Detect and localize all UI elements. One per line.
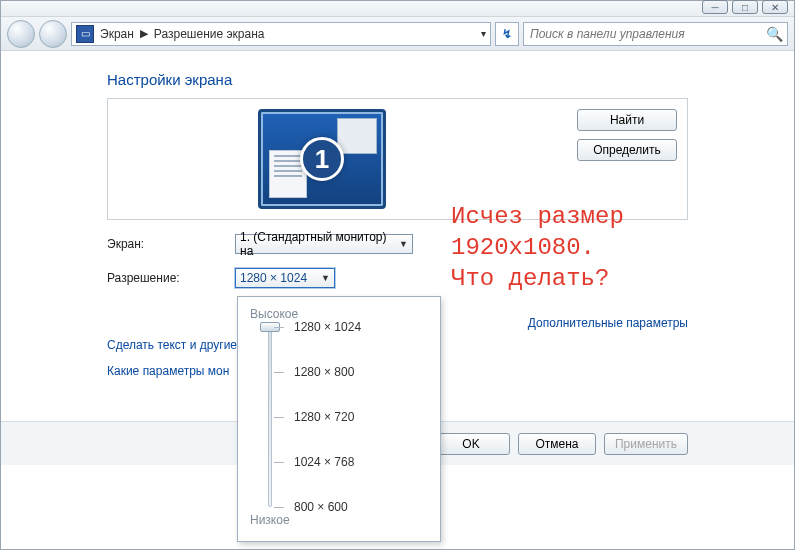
refresh-icon: ↯ — [502, 27, 512, 41]
nav-forward-button[interactable] — [39, 20, 67, 48]
find-button[interactable]: Найти — [577, 109, 677, 131]
crumb-separator: ▶ — [140, 27, 148, 40]
search-input[interactable] — [528, 26, 766, 42]
display-select-value: 1. (Стандартный монитор) на — [240, 230, 399, 258]
content-area: Настройки экрана 1 Найти Определить Экра… — [1, 51, 794, 549]
close-glyph: ✕ — [771, 2, 779, 13]
window-frame: ─ □ ✕ ▭ Экран ▶ Разрешение экрана ▾ ↯ 🔍 … — [0, 0, 795, 550]
user-annotation: Исчез размер 1920х1080. Что делать? — [451, 201, 624, 295]
monitor-number-badge: 1 — [300, 137, 344, 181]
slider-tick — [274, 372, 284, 373]
address-dropdown-icon[interactable]: ▾ — [481, 28, 486, 39]
identify-button[interactable]: Определить — [577, 139, 677, 161]
ok-button[interactable]: OK — [432, 433, 510, 455]
monitor-thumbnail[interactable]: 1 — [258, 109, 386, 209]
refresh-button[interactable]: ↯ — [495, 22, 519, 46]
chevron-down-icon: ▼ — [321, 273, 330, 283]
resolution-slider-track: 1280 × 10241280 × 8001280 × 7201024 × 76… — [250, 327, 428, 507]
minimize-glyph: ─ — [711, 2, 718, 13]
resolution-option[interactable]: 1280 × 800 — [294, 365, 354, 379]
slider-tick — [274, 507, 284, 508]
slider-tick — [274, 327, 284, 328]
resolution-option[interactable]: 1024 × 768 — [294, 455, 354, 469]
maximize-glyph: □ — [742, 2, 748, 13]
apply-button[interactable]: Применить — [604, 433, 688, 455]
search-icon[interactable]: 🔍 — [766, 26, 783, 42]
address-bar[interactable]: ▭ Экран ▶ Разрешение экрана ▾ — [71, 22, 491, 46]
popup-high-label: Высокое — [250, 307, 428, 321]
window-controls: ─ □ ✕ — [702, 0, 788, 14]
resolution-option[interactable]: 1280 × 1024 — [294, 320, 361, 334]
resolution-popup: Высокое 1280 × 10241280 × 8001280 × 7201… — [237, 296, 441, 542]
search-box[interactable]: 🔍 — [523, 22, 788, 46]
minimize-button[interactable]: ─ — [702, 0, 728, 14]
resolution-option[interactable]: 800 × 600 — [294, 500, 348, 514]
mini-window-icon — [337, 118, 377, 154]
chevron-down-icon: ▼ — [399, 239, 408, 249]
resolution-option[interactable]: 1280 × 720 — [294, 410, 354, 424]
crumb-resolution[interactable]: Разрешение экрана — [154, 27, 265, 41]
slider-rail[interactable] — [268, 327, 272, 507]
advanced-settings-link[interactable]: Дополнительные параметры — [528, 316, 688, 330]
maximize-button[interactable]: □ — [732, 0, 758, 14]
resolution-select-value: 1280 × 1024 — [240, 271, 307, 285]
nav-back-button[interactable] — [7, 20, 35, 48]
resolution-label: Разрешение: — [107, 271, 227, 285]
slider-tick — [274, 417, 284, 418]
toolbar: ▭ Экран ▶ Разрешение экрана ▾ ↯ 🔍 — [1, 17, 794, 51]
page-title: Настройки экрана — [107, 71, 688, 88]
display-label: Экран: — [107, 237, 227, 251]
titlebar: ─ □ ✕ — [1, 1, 794, 17]
crumb-display[interactable]: Экран — [100, 27, 134, 41]
cancel-button[interactable]: Отмена — [518, 433, 596, 455]
display-icon: ▭ — [76, 25, 94, 43]
display-select[interactable]: 1. (Стандартный монитор) на ▼ — [235, 234, 413, 254]
popup-low-label: Низкое — [250, 513, 428, 527]
preview-buttons: Найти Определить — [577, 109, 677, 161]
close-button[interactable]: ✕ — [762, 0, 788, 14]
resolution-select[interactable]: 1280 × 1024 ▼ — [235, 268, 335, 288]
slider-tick — [274, 462, 284, 463]
